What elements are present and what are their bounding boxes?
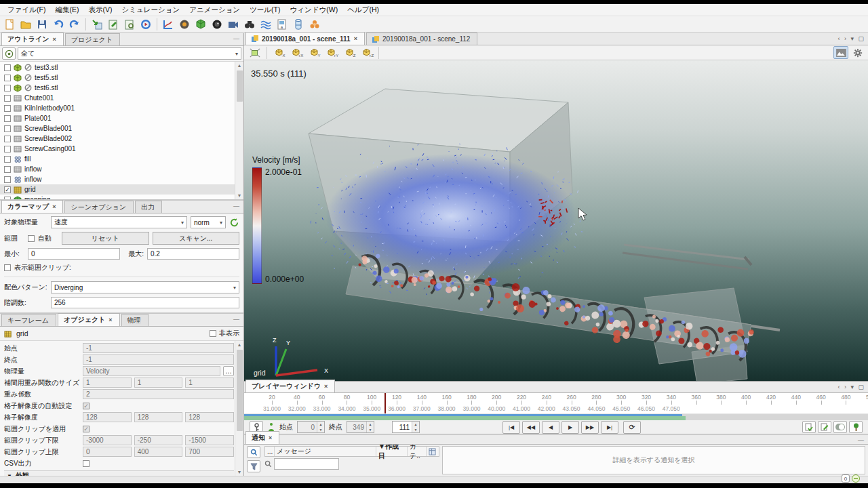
movie-export-button[interactable] <box>226 17 241 31</box>
new-file-button[interactable] <box>2 17 17 31</box>
property-checkbox[interactable]: ✓ <box>83 403 90 409</box>
view-minusZ-button[interactable]: -Z <box>341 46 357 60</box>
end-frame-spinner[interactable]: 349 ▲▼ <box>347 421 374 433</box>
view-plusY-button[interactable]: +Y <box>323 46 340 60</box>
tab-outline-0[interactable]: アウトライン× <box>1 33 64 45</box>
property-value[interactable]: -3000 <box>83 435 132 445</box>
loop-button[interactable]: ⟳ <box>623 421 641 434</box>
column-settings-button[interactable] <box>427 447 439 456</box>
menu-item-2[interactable]: 表示(V) <box>83 4 117 16</box>
property-value[interactable]: 1 <box>185 378 234 388</box>
tab-scene-0[interactable]: 20190018a_001 - scene_111× <box>245 32 365 45</box>
binoculars-button[interactable] <box>242 17 257 31</box>
fit-view-button[interactable] <box>247 46 263 60</box>
last-button[interactable]: ▶| <box>601 421 618 434</box>
col-dots[interactable]: ... <box>265 447 275 456</box>
outline-filter-select[interactable]: 全て ▾ <box>18 47 241 60</box>
fast-backward-button[interactable]: ◀◀ <box>522 421 540 434</box>
property-checkbox[interactable] <box>83 460 90 467</box>
close-icon[interactable]: × <box>108 317 112 323</box>
property-value[interactable]: 128 <box>83 412 132 422</box>
property-value[interactable]: 400 <box>134 447 183 457</box>
tabbar-controls[interactable]: ‹ › ▾ ▢ <box>837 35 865 42</box>
run-animation-button[interactable] <box>138 17 153 31</box>
reset-button[interactable]: リセット <box>62 232 149 245</box>
edit-keyframe-button[interactable] <box>818 421 831 433</box>
panel-minimize-icon[interactable]: — <box>233 203 241 209</box>
close-icon[interactable]: × <box>52 203 56 210</box>
hide-checkbox[interactable] <box>210 330 216 337</box>
tab-object-1[interactable]: オブジェクト× <box>58 313 120 326</box>
display-clip-checkbox[interactable] <box>4 264 11 271</box>
tree-item-test6.stl[interactable]: test6.stl <box>0 83 243 93</box>
item-checkbox[interactable] <box>4 176 11 183</box>
tree-item-grid[interactable]: ✓grid <box>0 184 243 195</box>
item-checkbox[interactable] <box>4 115 11 122</box>
redo-button[interactable] <box>67 17 82 31</box>
close-icon[interactable]: × <box>354 35 357 42</box>
tree-item-inflow[interactable]: inflow <box>0 174 243 184</box>
property-checkbox[interactable]: ✓ <box>83 426 90 432</box>
visibility-filter-button[interactable] <box>2 47 16 60</box>
report-image-button[interactable]: a <box>275 17 290 31</box>
property-value[interactable]: Velocity <box>83 366 220 376</box>
refresh-icon[interactable] <box>229 218 239 228</box>
step-backward-button[interactable]: ◀ <box>542 421 559 434</box>
play-button[interactable]: ▶ <box>561 421 579 434</box>
item-checkbox[interactable] <box>4 136 11 142</box>
min-input[interactable]: 0 <box>28 248 120 260</box>
tab-scene-1[interactable]: 20190018a_001 - scene_112 <box>366 33 477 45</box>
camera-button[interactable] <box>210 17 224 31</box>
property-value[interactable]: 700 <box>185 447 234 457</box>
first-button[interactable]: |◀ <box>502 421 520 434</box>
panel-minimize-icon[interactable]: — <box>233 316 241 323</box>
property-value[interactable]: -1 <box>83 354 234 365</box>
property-value[interactable]: 1 <box>134 378 183 388</box>
item-checkbox[interactable] <box>4 146 11 152</box>
tab-player-0[interactable]: プレイヤーウィンドウ× <box>245 380 335 392</box>
menu-item-1[interactable]: 編集(E) <box>50 4 83 16</box>
tree-item-KilnInletbody001[interactable]: KilnInletbody001 <box>0 103 243 113</box>
tree-item-Chute001[interactable]: Chute001 <box>0 93 243 103</box>
start-frame-spinner[interactable]: 0 ▲▼ <box>297 421 325 433</box>
current-frame-marker[interactable] <box>384 393 386 413</box>
property-value[interactable]: -1 <box>83 343 234 353</box>
notification-search-input[interactable] <box>274 458 339 470</box>
tab-object-2[interactable]: 物理 <box>121 314 149 326</box>
tabbar-controls[interactable]: ‹ › ▾ ▢ <box>837 384 865 390</box>
property-value[interactable]: 128 <box>134 412 183 422</box>
tab-colormap-1[interactable]: シーンオプション <box>64 201 134 213</box>
render-sphere-button[interactable] <box>177 17 192 31</box>
panel-minimize-icon[interactable]: — <box>233 35 241 42</box>
tree-item-inflow[interactable]: inflow <box>0 164 243 174</box>
undo-button[interactable] <box>51 17 66 31</box>
tab-notification-0[interactable]: 通知× <box>245 431 279 444</box>
appearance-section-header[interactable]: ▼外観 <box>4 470 234 476</box>
property-value[interactable]: -250 <box>134 435 183 445</box>
snapshot-tree-button[interactable] <box>849 421 863 433</box>
item-checkbox[interactable]: ✓ <box>4 186 11 193</box>
measure-cylinder-button[interactable] <box>291 17 306 31</box>
menu-item-0[interactable]: ファイル(F) <box>3 4 50 16</box>
tree-item-ScrewBlade001[interactable]: ScrewBlade001 <box>0 123 243 134</box>
outline-scrollbar[interactable]: ▲▼ <box>235 62 243 199</box>
tree-item-test5.stl[interactable]: test5.stl <box>0 73 243 83</box>
import-mesh-button[interactable] <box>90 17 104 31</box>
timeline-ruler[interactable]: 2031.0004032.0006033.0008034.00010035.00… <box>244 393 868 414</box>
current-frame-spinner[interactable]: 111 ▲▼ <box>392 421 420 433</box>
item-checkbox[interactable] <box>4 95 11 102</box>
menu-item-3[interactable]: シミュレーション <box>117 4 184 16</box>
property-value[interactable]: 0 <box>83 447 132 457</box>
property-value[interactable]: -1500 <box>185 435 234 445</box>
property-value[interactable]: 128 <box>185 412 234 422</box>
close-icon[interactable]: × <box>269 434 272 441</box>
tab-outline-1[interactable]: プロジェクト <box>65 33 120 45</box>
view-minusY-button[interactable]: -Y <box>306 46 322 60</box>
item-checkbox[interactable] <box>4 64 11 71</box>
notification-count-icon[interactable]: 0 <box>842 474 850 483</box>
property-value[interactable]: 2 <box>83 389 234 399</box>
tree-item-ScrewCasing001[interactable]: ScrewCasing001 <box>0 144 243 154</box>
close-icon[interactable]: × <box>52 36 56 43</box>
norm-select[interactable]: norm▾ <box>191 216 226 228</box>
item-checkbox[interactable] <box>4 156 11 163</box>
